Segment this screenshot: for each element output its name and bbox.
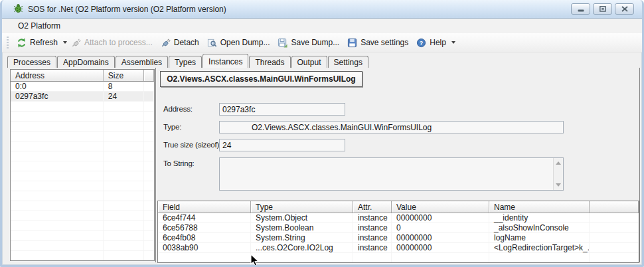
column-header-size[interactable]: Size [104,70,144,81]
empty-row [11,211,154,221]
save-settings-icon [347,38,357,48]
toolbar: Refresh Attach to process... [2,33,642,52]
instances-list-header: Address Size [11,70,154,82]
empty-row [11,102,154,112]
column-header-field[interactable]: Field [158,201,251,213]
empty-row [11,161,154,171]
true-size-field[interactable] [219,139,345,151]
minimize-icon [578,6,584,12]
column-header-empty [144,70,154,81]
attach-plug-icon [71,38,81,48]
empty-row [11,132,154,141]
empty-row [11,231,154,241]
type-field[interactable] [219,121,564,134]
restore-icon [600,6,606,12]
fields-table: Field Type Attr. Value Name 6ce4f744 Sys… [157,201,639,263]
address-label: Address: [163,105,193,113]
empty-row [11,181,154,191]
close-icon [621,6,628,12]
column-header-name[interactable]: Name [489,201,590,213]
type-label: Type: [163,123,181,131]
instance-row[interactable]: 0:0 8 [11,82,154,92]
field-row[interactable]: 6ce4f744 System.Object instance 00000000… [158,213,639,223]
empty-row [11,141,154,151]
detach-plug-icon [161,38,171,48]
instance-type-button[interactable]: O2.Views.ASCX.classes.MainGUI.WinFormsUI… [160,71,362,87]
column-header-empty [590,201,639,213]
to-string-field[interactable] [219,157,564,191]
window-controls [571,3,634,15]
to-string-label: To String: [163,159,195,167]
field-row[interactable]: 6ce4fb08 System.String instance 00000000… [158,233,639,243]
tab-settings[interactable]: Settings [328,56,368,68]
tab-instances[interactable]: Instances [202,54,248,68]
tab-output[interactable]: Output [291,56,327,68]
instances-list: Address Size 0:0 8 0297a3fc 24 [10,69,155,261]
titlebar: SOS for .Net (O2 Platform version (O2 Pl… [2,0,642,19]
empty-row [11,191,154,201]
instance-details-panel: O2.Views.ASCX.classes.MainGUI.WinFormsUI… [155,68,640,262]
true-size-label: True size (sizeof): [163,141,221,149]
tab-processes[interactable]: Processes [7,56,56,68]
field-row[interactable]: 6ce56788 System.Boolean instance 0 _also… [158,223,639,233]
window-title: SOS for .Net (O2 Platform version (O2 Pl… [28,5,226,14]
refresh-icon [17,38,27,48]
svg-text:?: ? [420,39,423,46]
help-dropdown-icon[interactable] [451,41,455,44]
toolbar-grip[interactable] [7,37,9,48]
empty-row [11,251,154,261]
scroll-down-icon[interactable] [556,183,561,187]
help-icon: ? [416,38,426,48]
empty-row [158,253,639,263]
tab-assemblies[interactable]: Assemblies [116,56,168,68]
column-header-type[interactable]: Type [251,201,353,213]
save-dump-button[interactable]: Save Dump... [274,36,343,50]
column-header-attr[interactable]: Attr. [353,201,392,213]
attach-to-process-button: Attach to process... [67,36,157,50]
scroll-up-icon[interactable] [556,161,561,165]
app-window: SOS for .Net (O2 Platform version (O2 Pl… [0,0,644,267]
column-header-value[interactable]: Value [392,201,489,213]
empty-row [11,221,154,231]
empty-row [11,201,154,211]
tab-types[interactable]: Types [169,56,202,68]
empty-row [11,122,154,132]
instance-row-selected[interactable]: 0297a3fc 24 [11,92,154,102]
restore-button[interactable] [593,3,612,15]
minimize-button[interactable] [571,3,590,15]
menu-item-o2-platform[interactable]: O2 Platform [14,20,64,32]
close-button[interactable] [615,3,634,15]
refresh-button[interactable]: Refresh [13,36,62,50]
save-settings-button[interactable]: Save settings [343,36,412,50]
tabstrip: Processes AppDomains Assemblies Types In… [7,54,369,68]
field-row[interactable]: 0038ab90 ...ces.O2Core.IO2Log instance 0… [158,243,639,253]
save-dump-icon [278,38,287,48]
menubar: O2 Platform [2,19,642,33]
bug-icon [13,3,23,15]
empty-row [11,241,154,251]
open-dump-icon [207,38,217,48]
address-field[interactable] [219,103,345,116]
empty-row [11,151,154,161]
fields-table-header: Field Type Attr. Value Name [158,201,639,213]
to-string-scrollbar[interactable] [553,158,563,190]
mouse-cursor [250,254,259,267]
column-header-address[interactable]: Address [11,70,104,81]
tab-threads[interactable]: Threads [249,56,290,68]
tab-appdomains[interactable]: AppDomains [57,56,115,68]
help-button[interactable]: ? Help [412,36,450,50]
detach-button[interactable]: Detach [157,36,203,50]
open-dump-button[interactable]: Open Dump... [203,36,274,50]
instances-tab-page: Address Size 0:0 8 0297a3fc 24 O2.Views.… [4,68,640,263]
empty-row [11,112,154,122]
empty-row [11,171,154,181]
